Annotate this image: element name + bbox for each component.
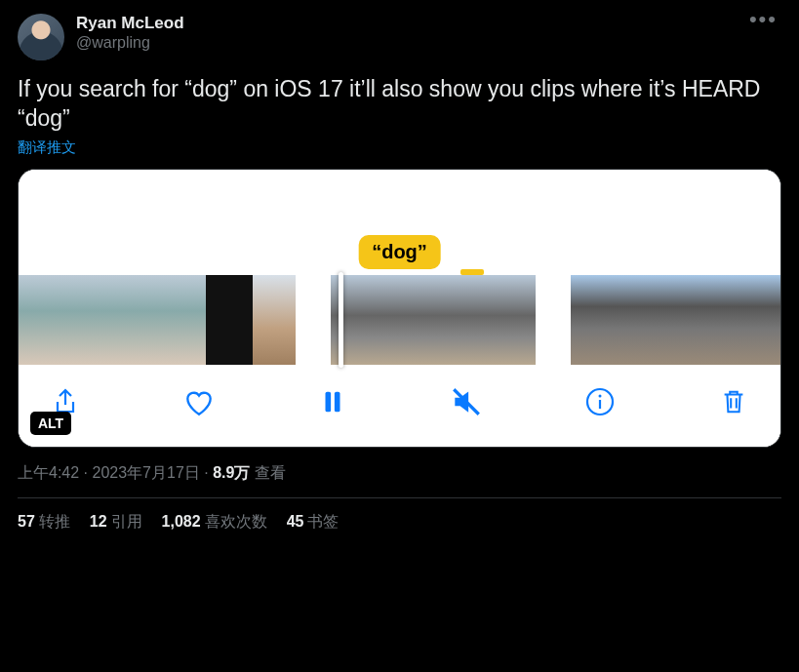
clip-thumb[interactable] bbox=[112, 275, 159, 365]
pause-icon[interactable] bbox=[313, 382, 352, 421]
tweet-header: Ryan McLeod @warpling ••• bbox=[18, 14, 781, 60]
playhead-icon[interactable] bbox=[339, 272, 343, 368]
views-label: 查看 bbox=[255, 464, 286, 481]
clip-thumb[interactable] bbox=[19, 275, 65, 365]
trash-icon[interactable] bbox=[714, 382, 753, 421]
svg-rect-0 bbox=[326, 392, 332, 413]
media-preview-top: “dog” bbox=[19, 170, 780, 275]
svg-point-4 bbox=[599, 395, 602, 398]
clip-group-2 bbox=[331, 275, 536, 365]
clip-group-1 bbox=[19, 275, 296, 365]
strip-gap bbox=[299, 275, 328, 365]
heart-icon[interactable] bbox=[180, 382, 219, 421]
clip-thumb[interactable] bbox=[399, 275, 467, 365]
more-menu-icon[interactable]: ••• bbox=[745, 14, 781, 25]
clip-thumb[interactable] bbox=[571, 275, 618, 365]
clip-thumb[interactable] bbox=[253, 275, 296, 365]
transcription-tag: “dog” bbox=[358, 235, 441, 269]
clip-group-3 bbox=[571, 275, 781, 365]
translate-link[interactable]: 翻译推文 bbox=[18, 138, 781, 157]
tweet-time[interactable]: 上午4:42 bbox=[18, 464, 79, 481]
user-handle: @warpling bbox=[76, 33, 745, 53]
tweet-text: If you search for “dog” on iOS 17 it’ll … bbox=[18, 74, 781, 133]
svg-rect-1 bbox=[335, 392, 340, 413]
clip-thumb[interactable] bbox=[664, 275, 711, 365]
tweet-date[interactable]: 2023年7月17日 bbox=[92, 464, 199, 481]
clip-thumb[interactable] bbox=[159, 275, 206, 365]
divider bbox=[18, 497, 781, 498]
alt-badge[interactable]: ALT bbox=[30, 412, 71, 435]
clip-thumb[interactable] bbox=[206, 275, 253, 365]
retweets-stat[interactable]: 57转推 bbox=[18, 512, 70, 533]
quotes-stat[interactable]: 12引用 bbox=[90, 512, 142, 533]
media-controls bbox=[19, 365, 780, 447]
strip-gap bbox=[539, 275, 568, 365]
likes-stat[interactable]: 1,082喜欢次数 bbox=[162, 512, 267, 533]
display-name: Ryan McLeod bbox=[76, 14, 745, 33]
views-count: 8.9万 bbox=[213, 464, 250, 481]
speaker-mute-icon[interactable] bbox=[447, 382, 486, 421]
tweet-container: Ryan McLeod @warpling ••• If you search … bbox=[0, 0, 799, 533]
media-card[interactable]: “dog” bbox=[18, 169, 781, 448]
clip-thumb[interactable] bbox=[65, 275, 112, 365]
clip-thumb[interactable] bbox=[618, 275, 664, 365]
bookmarks-stat[interactable]: 45书签 bbox=[287, 512, 340, 533]
tweet-stats: 57转推 12引用 1,082喜欢次数 45书签 bbox=[18, 512, 781, 533]
avatar[interactable] bbox=[18, 14, 64, 60]
clip-thumb[interactable] bbox=[467, 275, 536, 365]
info-icon[interactable] bbox=[580, 382, 619, 421]
author-names[interactable]: Ryan McLeod @warpling bbox=[76, 14, 745, 53]
tweet-meta: 上午4:42 · 2023年7月17日 · 8.9万 查看 bbox=[18, 463, 781, 484]
clip-thumb[interactable] bbox=[758, 275, 781, 365]
clip-thumb[interactable] bbox=[711, 275, 758, 365]
timeline-strip[interactable] bbox=[19, 275, 780, 365]
